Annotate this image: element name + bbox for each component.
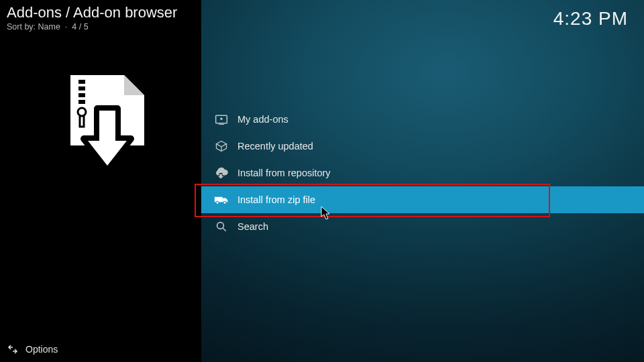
header: Add-ons / Add-on browser Sort by: Name ·…: [0, 0, 201, 32]
svg-point-8: [216, 201, 219, 204]
svg-rect-7: [215, 197, 223, 202]
svg-point-10: [217, 223, 224, 229]
title-sep: /: [62, 4, 73, 21]
menu-label: Search: [237, 221, 268, 232]
menu-label: My add-ons: [237, 114, 288, 125]
menu-item-install-repository[interactable]: Install from repository: [201, 160, 644, 186]
svg-rect-1: [78, 86, 85, 90]
search-icon: [212, 221, 231, 233]
menu-list: My add-ons Recently updated Install f: [201, 106, 644, 240]
list-position: 4 / 5: [72, 22, 88, 32]
main-panel: 4:23 PM My add-ons Recently: [201, 0, 644, 362]
options-button[interactable]: Options: [7, 343, 58, 355]
menu-label: Install from zip file: [237, 194, 315, 205]
install-zip-icon: [50, 72, 151, 179]
svg-rect-3: [78, 100, 85, 104]
page-title: Add-ons / Add-on browser: [7, 4, 195, 21]
title-prefix: Add-ons: [7, 4, 62, 21]
menu-label: Recently updated: [237, 141, 313, 152]
menu-label: Install from repository: [237, 168, 331, 178]
menu-item-recently-updated[interactable]: Recently updated: [201, 133, 644, 160]
title-section: Add-on browser: [73, 4, 177, 21]
grid-icon: [212, 114, 231, 125]
options-icon: [7, 343, 19, 355]
menu-item-my-addons[interactable]: My add-ons: [201, 106, 644, 133]
sort-value: Name: [38, 22, 60, 32]
cloud-download-icon: [212, 167, 231, 179]
clock: 4:23 PM: [553, 8, 628, 29]
sort-label: Sort by:: [7, 22, 36, 32]
sidebar: Add-ons / Add-on browser Sort by: Name ·…: [0, 0, 201, 362]
subtitle: Sort by: Name · 4 / 5: [7, 22, 195, 32]
options-label: Options: [25, 344, 58, 355]
zip-truck-icon: [212, 194, 231, 205]
menu-item-search[interactable]: Search: [201, 213, 644, 240]
menu-item-install-zip[interactable]: Install from zip file: [201, 186, 644, 213]
svg-rect-0: [78, 80, 85, 84]
svg-point-6: [221, 118, 222, 119]
svg-rect-2: [78, 93, 85, 97]
svg-point-9: [223, 201, 226, 204]
box-icon: [212, 139, 231, 153]
